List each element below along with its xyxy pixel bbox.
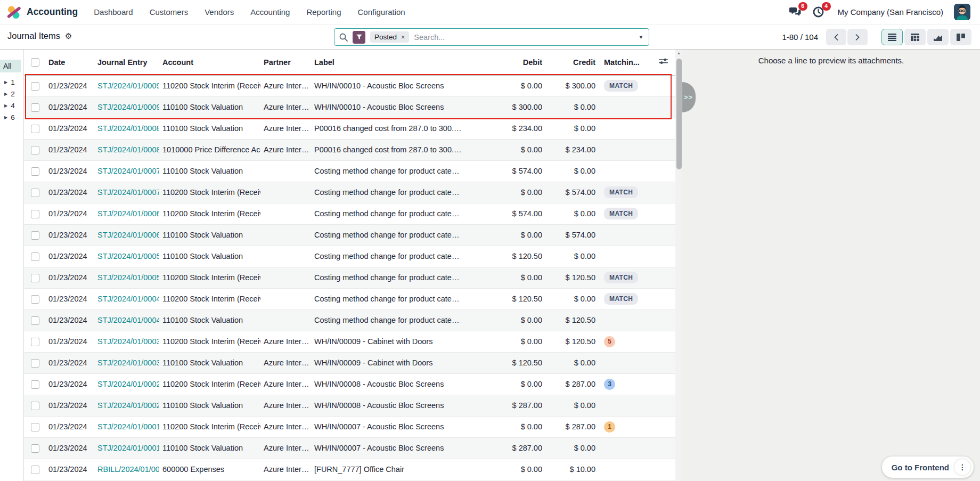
match-button[interactable]: MATCH xyxy=(604,208,638,219)
journal-entry-link[interactable]: STJ/2024/01/0009 xyxy=(97,103,159,111)
table-row[interactable]: 01/23/2024 STJ/2024/01/0008 1010000 Pric… xyxy=(24,139,675,160)
row-checkbox[interactable] xyxy=(31,252,39,261)
row-checkbox[interactable] xyxy=(31,167,39,176)
column-header-partner[interactable]: Partner xyxy=(260,50,311,75)
sidebar-item-4[interactable]: ▶4 xyxy=(0,100,23,111)
row-checkbox[interactable] xyxy=(31,359,39,368)
match-button[interactable]: MATCH xyxy=(604,80,638,92)
search-input[interactable]: Search... xyxy=(414,33,445,42)
column-header-credit[interactable]: Credit xyxy=(548,50,601,75)
table-row[interactable]: 01/23/2024 STJ/2024/01/0007 110100 Stock… xyxy=(24,160,675,182)
scrollbar-thumb[interactable] xyxy=(676,59,682,169)
search-dropdown-caret-icon[interactable]: ▼ xyxy=(639,35,643,40)
journal-entry-link[interactable]: STJ/2024/01/0004 xyxy=(97,295,159,303)
row-checkbox[interactable] xyxy=(31,274,39,282)
journal-entry-link[interactable]: STJ/2024/01/0007 xyxy=(97,188,159,197)
column-header-debit[interactable]: Debit xyxy=(499,50,548,75)
table-row[interactable]: 01/23/2024 STJ/2024/01/0001 110100 Stock… xyxy=(24,437,675,459)
row-checkbox[interactable] xyxy=(31,82,39,91)
row-checkbox[interactable] xyxy=(31,338,39,346)
row-checkbox[interactable] xyxy=(31,210,39,218)
match-button[interactable]: MATCH xyxy=(604,293,638,305)
column-header-journal-entry[interactable]: Journal Entry xyxy=(94,50,159,75)
table-row[interactable]: 01/23/2024 STJ/2024/01/0005 110200 Stock… xyxy=(24,267,675,288)
panel-expand-button[interactable]: >> xyxy=(682,82,696,112)
row-checkbox[interactable] xyxy=(31,103,39,112)
messages-icon[interactable]: 6 xyxy=(789,6,802,18)
journal-entry-link[interactable]: STJ/2024/01/0007 xyxy=(97,167,159,175)
nav-menu-configuration[interactable]: Configuration xyxy=(357,7,405,17)
row-checkbox[interactable] xyxy=(31,189,39,197)
journal-entry-link[interactable]: STJ/2024/01/0009 xyxy=(97,81,159,90)
row-checkbox[interactable] xyxy=(31,231,39,240)
journal-entry-link[interactable]: STJ/2024/01/0008 xyxy=(97,124,159,133)
nav-menu-reporting[interactable]: Reporting xyxy=(306,7,341,17)
sidebar-item-1[interactable]: ▶1 xyxy=(0,76,23,88)
table-row[interactable]: 01/23/2024 STJ/2024/01/0001 110200 Stock… xyxy=(24,416,675,437)
journal-entry-link[interactable]: STJ/2024/01/0008 xyxy=(97,145,159,154)
table-row[interactable]: 01/23/2024 STJ/2024/01/0007 110200 Stock… xyxy=(24,182,675,203)
journal-entry-link[interactable]: STJ/2024/01/0003 xyxy=(97,337,159,346)
journal-entry-link[interactable]: RBILL/2024/01/00… xyxy=(97,465,159,474)
journal-entry-link[interactable]: STJ/2024/01/0001 xyxy=(97,422,159,431)
table-row[interactable]: 01/23/2024 STJ/2024/01/0003 110200 Stock… xyxy=(24,331,675,352)
odoo-logo-icon[interactable] xyxy=(6,5,21,20)
row-checkbox[interactable] xyxy=(31,380,39,389)
company-switcher[interactable]: My Company (San Francisco) xyxy=(838,7,943,17)
journal-entry-link[interactable]: STJ/2024/01/0003 xyxy=(97,358,159,367)
gear-icon[interactable]: ⚙ xyxy=(65,32,72,40)
nav-menu-vendors[interactable]: Vendors xyxy=(205,7,234,17)
nav-menu-customers[interactable]: Customers xyxy=(150,7,189,17)
app-name[interactable]: Accounting xyxy=(27,6,78,18)
search-facet-posted[interactable]: Posted × xyxy=(370,31,409,43)
table-row[interactable]: 01/23/2024 STJ/2024/01/0005 110100 Stock… xyxy=(24,246,675,267)
column-header-matching[interactable]: Matchin... xyxy=(601,50,651,75)
table-row[interactable]: 01/23/2024 STJ/2024/01/0004 110200 Stock… xyxy=(24,288,675,309)
matching-badge[interactable]: 1 xyxy=(604,421,615,433)
table-row[interactable]: 01/23/2024 STJ/2024/01/0009 110200 Stock… xyxy=(24,75,675,96)
journal-entry-link[interactable]: STJ/2024/01/0006 xyxy=(97,209,159,218)
pager-next-button[interactable] xyxy=(847,29,868,45)
vertical-scrollbar[interactable]: ▲ xyxy=(675,50,682,481)
table-row[interactable]: 01/23/2024 STJ/2024/01/0006 110100 Stock… xyxy=(24,224,675,246)
view-switcher-kanban-button[interactable] xyxy=(950,29,971,45)
table-row[interactable]: 01/23/2024 STJ/2024/01/0002 110100 Stock… xyxy=(24,395,675,416)
pager-previous-button[interactable] xyxy=(826,29,846,45)
match-button[interactable]: MATCH xyxy=(604,186,638,198)
view-switcher-list-button[interactable] xyxy=(881,29,903,45)
column-settings-sliders-icon[interactable] xyxy=(659,58,668,65)
nav-menu-accounting[interactable]: Accounting xyxy=(250,7,290,17)
matching-badge[interactable]: 5 xyxy=(604,336,615,347)
facet-remove-icon[interactable]: × xyxy=(401,34,405,41)
journal-entry-link[interactable]: STJ/2024/01/0002 xyxy=(97,380,159,388)
row-checkbox[interactable] xyxy=(31,125,39,133)
table-row[interactable]: 01/23/2024 STJ/2024/01/0009 110100 Stock… xyxy=(24,96,675,118)
sidebar-item-6[interactable]: ▶6 xyxy=(0,111,23,123)
journal-entry-link[interactable]: STJ/2024/01/0001 xyxy=(97,444,159,452)
match-button[interactable]: MATCH xyxy=(604,272,638,283)
journal-entry-link[interactable]: STJ/2024/01/0006 xyxy=(97,231,159,239)
row-checkbox[interactable] xyxy=(31,444,39,453)
column-header-date[interactable]: Date xyxy=(45,50,94,75)
go-to-frontend-button[interactable]: Go to Frontend xyxy=(892,463,949,472)
user-avatar[interactable] xyxy=(954,4,970,20)
row-checkbox[interactable] xyxy=(31,146,39,154)
matching-badge[interactable]: 3 xyxy=(604,379,615,390)
journal-entry-link[interactable]: STJ/2024/01/0005 xyxy=(97,273,159,282)
select-all-checkbox[interactable] xyxy=(31,58,39,67)
scrollbar-up-arrow-icon[interactable]: ▲ xyxy=(675,51,682,55)
view-switcher-graph-button[interactable] xyxy=(927,29,949,45)
row-checkbox[interactable] xyxy=(31,295,39,304)
table-row[interactable]: 01/23/2024 STJ/2024/01/0008 110100 Stock… xyxy=(24,118,675,139)
sidebar-item-2[interactable]: ▶2 xyxy=(0,88,23,100)
kebab-menu-icon[interactable]: ⋮ xyxy=(954,459,970,475)
sidebar-item-all[interactable]: All xyxy=(0,60,21,72)
search-bar[interactable]: Posted × Search... ▼ xyxy=(334,28,649,46)
view-switcher-pivot-button[interactable] xyxy=(904,29,926,45)
column-header-label[interactable]: Label xyxy=(311,50,499,75)
journal-entry-link[interactable]: STJ/2024/01/0004 xyxy=(97,316,159,324)
table-row[interactable]: 01/23/2024 STJ/2024/01/0004 110100 Stock… xyxy=(24,309,675,331)
row-checkbox[interactable] xyxy=(31,423,39,431)
table-row[interactable]: 01/23/2024 RBILL/2024/01/00… 600000 Expe… xyxy=(24,459,675,480)
nav-menu-dashboard[interactable]: Dashboard xyxy=(94,7,133,17)
